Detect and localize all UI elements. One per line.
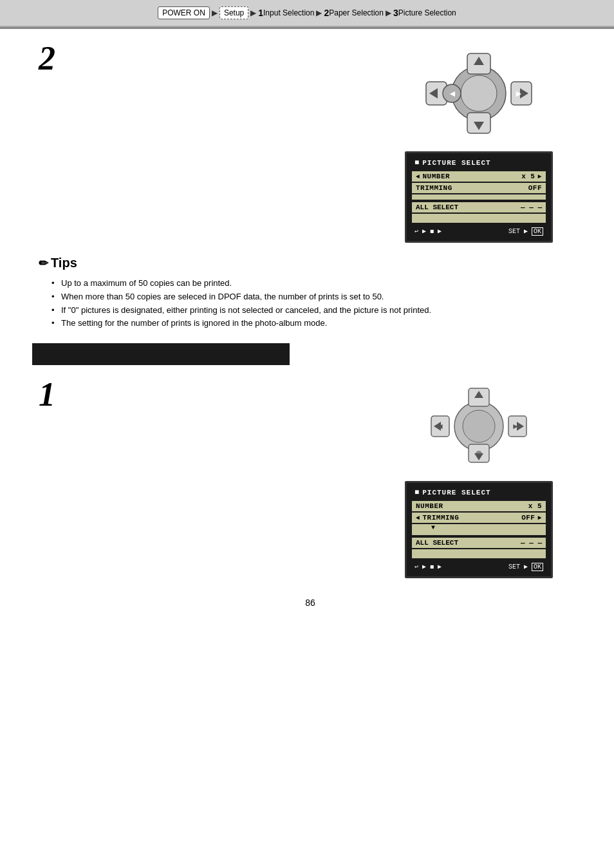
svg-point-9 xyxy=(461,75,497,111)
lcd-2-indicator: ▼ xyxy=(412,524,546,531)
lcd-1-row-trimming: TRIMMING OFF xyxy=(412,183,546,193)
lcd-1-title: ■ PICTURE SELECT xyxy=(412,157,546,169)
lcd-screen-2: ■ PICTURE SELECT NUMBER x 5 ◄ TRIMMING O… xyxy=(405,481,553,578)
page-number: 86 xyxy=(39,598,582,621)
section-1-row: 1 xyxy=(39,378,582,578)
section-2-left: 2 xyxy=(39,42,376,82)
lcd-1-row-number: ◄ NUMBER x 5 ► xyxy=(412,171,546,182)
nav-step-setup: Setup xyxy=(219,6,248,19)
svg-text:►: ► xyxy=(512,422,519,431)
picture-selection-label: Picture Selection xyxy=(398,8,456,17)
tip-item-1: Up to a maximum of 50 copies can be prin… xyxy=(51,277,582,290)
step-number-1: 1 xyxy=(39,378,363,411)
pencil-icon: ✏ xyxy=(39,256,48,270)
lcd-1-allselect: ALL SELECT — — — xyxy=(412,202,546,212)
lcd-2-bottom-right: SET ▶ OK xyxy=(508,563,543,571)
lcd-2-bottom: ↩ ▶ ◼ ▶ SET ▶ OK xyxy=(412,561,546,572)
dpad-controller-2: ◄ ► xyxy=(421,378,537,475)
nav-step-power-on: POWER ON xyxy=(158,6,210,19)
step-number-2: 2 xyxy=(39,42,363,75)
dpad-controller-1: ◄ ► xyxy=(414,42,543,145)
lcd-1-spacer xyxy=(412,194,546,200)
lcd-1-bottom-right: SET ▶ OK xyxy=(508,227,543,235)
nav-step-picture: 3Picture Selection xyxy=(393,8,456,18)
input-selection-label: Input Selection xyxy=(263,8,314,17)
lcd-2-allselect: ALL SELECT — — — xyxy=(412,538,546,548)
lcd-2-bottom-left: ↩ ▶ ◼ ▶ xyxy=(414,563,442,571)
section-1-right: ◄ ► ■ PICTURE SELECT NUMBER x 5 ◄ xyxy=(376,378,582,578)
tip-item-3: If "0" pictures is designated, either pr… xyxy=(51,304,582,317)
tip-item-2: When more than 50 copies are seleced in … xyxy=(51,290,582,304)
top-navigation: POWER ON ▶ Setup ▶ 1Input Selection ▶ 2P… xyxy=(0,0,614,27)
lcd-2-row-trimming: ◄ TRIMMING OFF ► xyxy=(412,513,546,523)
lcd-2-spacer2 xyxy=(412,549,546,558)
main-content: 2 xyxy=(0,29,614,640)
lcd-1-bottom-left: ↩ ▶ ◼ ▶ xyxy=(414,227,442,235)
lcd-2-title: ■ PICTURE SELECT xyxy=(412,487,546,498)
section-1-header-bar xyxy=(32,343,290,365)
trimming-right-arrow: ► xyxy=(537,514,542,522)
lcd-2-spacer xyxy=(412,531,546,535)
svg-text:◄: ◄ xyxy=(448,88,457,99)
nav-arrow-3: ▶ xyxy=(316,8,322,17)
setup-label: Setup xyxy=(219,6,248,19)
nav-arrow-1: ▶ xyxy=(212,8,218,17)
tips-title: ✏ Tips xyxy=(39,256,582,270)
lcd-1-bottom: ↩ ▶ ◼ ▶ SET ▶ OK xyxy=(412,225,546,237)
tip-item-4: The setting for the number of prints is … xyxy=(51,317,582,330)
nav-arrow-2: ▶ xyxy=(250,8,256,17)
power-on-label: POWER ON xyxy=(158,6,210,19)
tips-section: ✏ Tips Up to a maximum of 50 copies can … xyxy=(39,256,582,330)
number-left-arrow: ◄ xyxy=(416,173,420,180)
svg-point-23 xyxy=(476,451,482,457)
tips-list: Up to a maximum of 50 copies can be prin… xyxy=(39,277,582,330)
number-right-arrow: ► xyxy=(537,173,542,180)
nav-step-input: 1Input Selection xyxy=(258,8,314,18)
nav-arrow-4: ▶ xyxy=(386,8,391,17)
lcd-1-spacer2 xyxy=(412,214,546,223)
section-2-right: ◄ ► ■ PICTURE SELECT ◄ NUMBER x 5 ► xyxy=(376,42,582,243)
lcd-screen-1: ■ PICTURE SELECT ◄ NUMBER x 5 ► TRIMMING… xyxy=(405,151,553,243)
section-1-left: 1 xyxy=(39,378,376,418)
trimming-left-arrow: ◄ xyxy=(416,514,420,522)
lcd-2-row-number: NUMBER x 5 xyxy=(412,501,546,511)
svg-text:►: ► xyxy=(514,88,523,99)
svg-point-22 xyxy=(463,410,495,442)
paper-selection-label: Paper Selection xyxy=(329,8,384,17)
nav-step-paper: 2Paper Selection xyxy=(324,8,384,18)
section-2-row: 2 xyxy=(39,42,582,243)
svg-text:◄: ◄ xyxy=(436,422,444,431)
